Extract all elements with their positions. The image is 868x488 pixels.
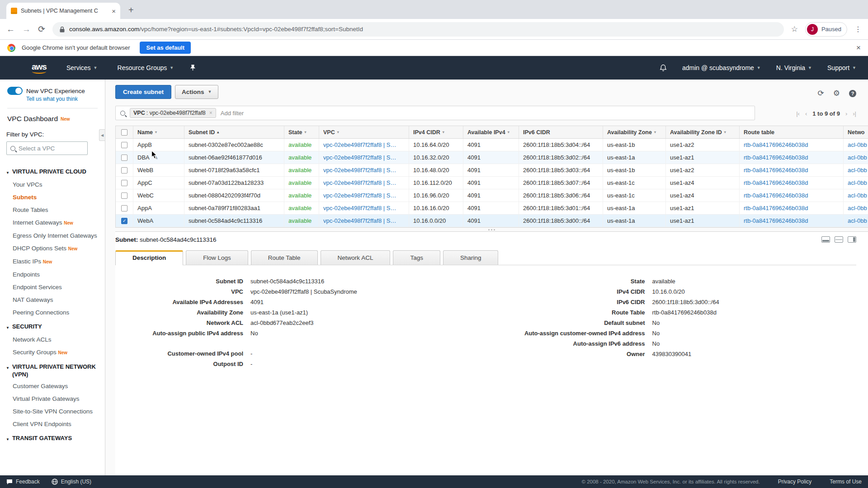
col-ipv6-cidr[interactable]: IPv6 CIDR	[519, 126, 603, 138]
prev-page-icon[interactable]: ‹	[805, 110, 807, 117]
col-vpc[interactable]: VPC▾	[319, 126, 409, 138]
detail-tab[interactable]: Flow Logs	[186, 250, 248, 265]
route-table-link[interactable]: rtb-0a8417696246b038d	[744, 205, 808, 211]
table-row[interactable]: WebA subnet-0c584ad4c9c113316 available …	[116, 215, 868, 227]
sidebar-item[interactable]: Endpoint Services	[0, 281, 105, 294]
next-page-icon[interactable]: ›	[845, 110, 847, 117]
chip-close-icon[interactable]: ×	[209, 110, 212, 116]
reload-icon[interactable]: ⟳	[38, 24, 45, 34]
col-route-table[interactable]: Route table	[740, 126, 844, 138]
vpc-link[interactable]: vpc-02ebe498f7f2ffaf8 | S…	[323, 154, 396, 161]
sidebar-item[interactable]: DHCP Options Sets New	[0, 242, 105, 255]
route-table-link[interactable]: rtb-0a8417696246b038d	[744, 154, 808, 161]
network-acl-link[interactable]: acl-0bb	[848, 179, 867, 186]
layout-bottom-pane-icon[interactable]	[821, 236, 830, 243]
route-table-link[interactable]: rtb-0a8417696246b038d	[744, 167, 808, 174]
col-availability-zone-id[interactable]: Availability Zone ID▾	[666, 126, 740, 138]
col-ipv4-cidr[interactable]: IPv4 CIDR▾	[409, 126, 463, 138]
feedback-button[interactable]: Feedback	[6, 479, 40, 485]
privacy-policy-link[interactable]: Privacy Policy	[778, 479, 812, 485]
notice-close-icon[interactable]: ×	[856, 43, 861, 52]
detail-tab[interactable]: Network ACL	[321, 250, 391, 265]
profile-paused-badge[interactable]: J Paused	[805, 22, 847, 37]
resource-groups-menu[interactable]: Resource Groups▼	[118, 64, 174, 71]
new-vpc-experience-toggle[interactable]	[7, 87, 23, 95]
row-checkbox[interactable]	[121, 167, 127, 174]
vpc-link[interactable]: vpc-02ebe498f7f2ffaf8 | S…	[323, 167, 396, 174]
sidebar-item[interactable]: Your VPCs	[0, 178, 105, 191]
terms-of-use-link[interactable]: Terms of Use	[830, 479, 862, 485]
route-table-link[interactable]: rtb-0a8417696246b038d	[744, 141, 808, 148]
col-name[interactable]: Name▾	[133, 126, 184, 138]
table-row[interactable]: WebB subnet-0718f29a63a58cfc1 available …	[116, 164, 868, 177]
sidebar-item[interactable]: Site-to-Site VPN Connections	[0, 405, 105, 418]
browser-menu-icon[interactable]: ⋮	[854, 25, 862, 33]
sidebar-item[interactable]: NAT Gateways	[0, 294, 105, 306]
route-table-link[interactable]: rtb-0a8417696246b038d	[744, 217, 808, 224]
sidebar-section-header[interactable]: ▼VIRTUAL PRIVATE CLOUD	[0, 164, 105, 178]
sidebar-item[interactable]: Route Tables	[0, 204, 105, 216]
route-table-link[interactable]: rtb-0a8417696246b038d	[744, 179, 808, 186]
sidebar-section-header[interactable]: ▼VIRTUAL PRIVATE NETWORK (VPN)	[0, 359, 105, 380]
sidebar-item[interactable]: Elastic IPs New	[0, 255, 105, 268]
sidebar-section-header[interactable]: ▼SECURITY	[0, 319, 105, 333]
vpc-link[interactable]: vpc-02ebe498f7f2ffaf8 | S…	[323, 179, 396, 186]
sidebar-item[interactable]: Client VPN Endpoints	[0, 418, 105, 431]
pin-icon[interactable]	[190, 65, 196, 71]
sidebar-section-header[interactable]: ▼TRANSIT GATEWAYS	[0, 431, 105, 445]
layout-side-pane-icon[interactable]	[848, 236, 856, 243]
sidebar-item[interactable]: Customer Gateways	[0, 380, 105, 393]
col-subnet-id[interactable]: Subnet ID▴	[184, 126, 284, 138]
row-checkbox[interactable]	[121, 205, 127, 211]
col-availability-zone[interactable]: Availability Zone▾	[603, 126, 666, 138]
help-icon[interactable]: ?	[849, 90, 856, 97]
sidebar-item[interactable]: Endpoints	[0, 268, 105, 281]
table-row[interactable]: WebC subnet-08804202093f4f70d available …	[116, 189, 868, 202]
table-row[interactable]: AppC subnet-07a03d122ba128233 available …	[116, 177, 868, 189]
sidebar-item[interactable]: Peering Connections	[0, 306, 105, 319]
create-subnet-button[interactable]: Create subnet	[115, 85, 171, 99]
select-all-checkbox[interactable]	[116, 126, 133, 138]
col-state[interactable]: State▾	[284, 126, 319, 138]
detail-tab[interactable]: Route Table	[251, 250, 318, 265]
gear-icon[interactable]: ⚙	[833, 89, 840, 98]
region-menu[interactable]: N. Virginia▼	[776, 64, 812, 71]
sidebar-item-vpc-dashboard[interactable]: VPC Dashboard New	[0, 115, 105, 123]
vpc-link[interactable]: vpc-02ebe498f7f2ffaf8 | S…	[323, 217, 396, 224]
network-acl-link[interactable]: acl-0bb	[848, 192, 867, 199]
last-page-icon[interactable]: ›|	[853, 110, 856, 117]
row-checkbox[interactable]	[121, 180, 127, 186]
detail-tab[interactable]: Description	[115, 250, 183, 265]
row-checkbox[interactable]	[121, 155, 127, 161]
notifications-bell-icon[interactable]	[660, 64, 667, 72]
refresh-icon[interactable]: ⟳	[818, 89, 824, 98]
vpc-link[interactable]: vpc-02ebe498f7f2ffaf8 | S…	[323, 192, 396, 199]
forward-icon[interactable]: →	[22, 24, 31, 34]
back-icon[interactable]: ←	[6, 24, 15, 34]
vpc-link[interactable]: vpc-02ebe498f7f2ffaf8 | S…	[323, 141, 396, 148]
bookmark-star-icon[interactable]: ☆	[791, 24, 798, 34]
tell-us-link[interactable]: Tell us what you think	[0, 96, 105, 102]
support-menu[interactable]: Support▼	[827, 64, 856, 71]
col-network-acl[interactable]: Netwo	[844, 126, 868, 138]
col-available-ipv4[interactable]: Available IPv4▾	[463, 126, 519, 138]
route-table-link[interactable]: rtb-0a8417696246b038d	[744, 192, 808, 199]
set-as-default-button[interactable]: Set as default	[140, 42, 191, 54]
network-acl-link[interactable]: acl-0bb	[848, 167, 867, 174]
detail-tab[interactable]: Tags	[393, 250, 440, 265]
network-acl-link[interactable]: acl-0bb	[848, 154, 867, 161]
layout-split-pane-icon[interactable]	[835, 236, 843, 243]
row-checkbox[interactable]	[121, 142, 127, 148]
network-acl-link[interactable]: acl-0bb	[848, 141, 867, 148]
language-button[interactable]: English (US)	[52, 479, 91, 485]
row-checkbox[interactable]	[121, 192, 127, 199]
network-acl-link[interactable]: acl-0bb	[848, 205, 867, 211]
services-menu[interactable]: Services▼	[66, 64, 98, 71]
row-checkbox[interactable]	[121, 218, 127, 224]
table-row[interactable]: AppA subnet-0a789f71f80283aa1 available …	[116, 202, 868, 215]
sidebar-item[interactable]: Security Groups New	[0, 346, 105, 359]
panel-resize-handle[interactable]	[115, 228, 868, 231]
vpc-link[interactable]: vpc-02ebe498f7f2ffaf8 | S…	[323, 205, 396, 211]
sidebar-item[interactable]: Egress Only Internet Gateways	[0, 230, 105, 242]
network-acl-link[interactable]: acl-0bb	[848, 217, 867, 224]
